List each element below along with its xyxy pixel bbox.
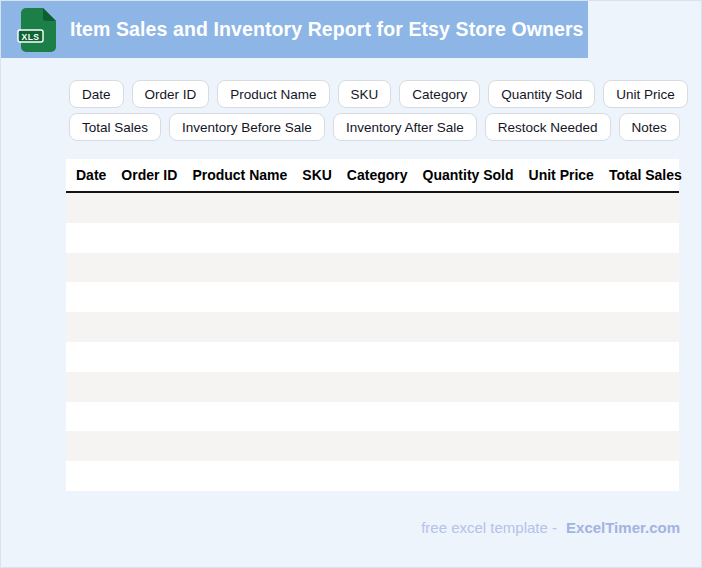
chip-inventory-before-sale[interactable]: Inventory Before Sale: [169, 113, 325, 141]
table-row: [66, 312, 679, 342]
chip-notes[interactable]: Notes: [619, 113, 680, 141]
table-body: [66, 193, 679, 491]
chip-quantity-sold[interactable]: Quantity Sold: [488, 80, 595, 108]
chip-sku[interactable]: SKU: [338, 80, 392, 108]
column-chips-row-2: Total Sales Inventory Before Sale Invent…: [69, 113, 680, 141]
table-row: [66, 253, 679, 283]
footer: free excel template -ExcelTimer.com: [421, 519, 680, 536]
chip-restock-needed[interactable]: Restock Needed: [485, 113, 611, 141]
chip-total-sales[interactable]: Total Sales: [69, 113, 161, 141]
col-header-total-sales: Total Sales: [609, 167, 682, 183]
col-header-quantity-sold: Quantity Sold: [423, 167, 514, 183]
col-header-unit-price: Unit Price: [529, 167, 594, 183]
table-row: [66, 342, 679, 372]
header-banner: XLS Item Sales and Inventory Report for …: [1, 1, 588, 58]
chip-product-name[interactable]: Product Name: [217, 80, 329, 108]
col-header-category: Category: [347, 167, 408, 183]
footer-tagline: free excel template -: [421, 519, 557, 536]
xls-file-icon: XLS: [17, 7, 57, 52]
table-row: [66, 372, 679, 402]
table-row: [66, 282, 679, 312]
chip-inventory-after-sale[interactable]: Inventory After Sale: [333, 113, 477, 141]
chip-order-id[interactable]: Order ID: [132, 80, 210, 108]
page-title: Item Sales and Inventory Report for Etsy…: [70, 18, 584, 41]
chip-category[interactable]: Category: [399, 80, 480, 108]
column-chips-row-1: Date Order ID Product Name SKU Category …: [69, 80, 688, 108]
table-header-row: Date Order ID Product Name SKU Category …: [66, 159, 679, 193]
col-header-order-id: Order ID: [121, 167, 177, 183]
report-table: Date Order ID Product Name SKU Category …: [66, 159, 679, 491]
table-row: [66, 402, 679, 432]
footer-brand-link[interactable]: ExcelTimer.com: [566, 519, 680, 536]
chip-unit-price[interactable]: Unit Price: [603, 80, 688, 108]
xls-badge-text: XLS: [21, 32, 39, 42]
table-row: [66, 223, 679, 253]
col-header-sku: SKU: [302, 167, 332, 183]
table-row: [66, 431, 679, 461]
table-row: [66, 193, 679, 223]
table-row: [66, 461, 679, 491]
page: { "header": { "title": "Item Sales and I…: [0, 0, 702, 568]
col-header-product-name: Product Name: [192, 167, 287, 183]
chip-date[interactable]: Date: [69, 80, 124, 108]
col-header-date: Date: [76, 167, 106, 183]
